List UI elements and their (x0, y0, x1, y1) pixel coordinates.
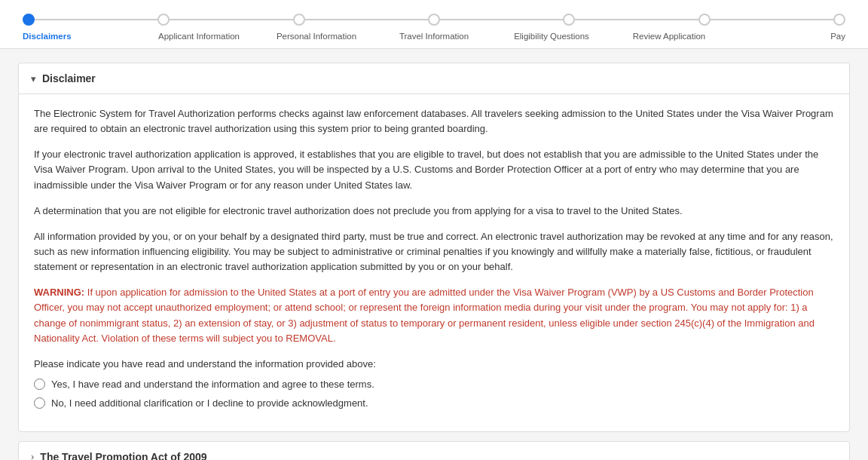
step-dot-disclaimers[interactable] (23, 14, 35, 26)
radio-yes[interactable] (34, 379, 45, 390)
step-label-disclaimers: Disclaimers (23, 32, 140, 41)
chevron-right-icon: › (31, 451, 34, 460)
step-dot-eligibility[interactable] (563, 14, 575, 26)
step-label-pay: Pay (728, 32, 845, 41)
radio-no[interactable] (34, 397, 45, 409)
disclaimer-title: Disclaimer (42, 72, 96, 84)
disclaimer-para-1: The Electronic System for Travel Authori… (34, 106, 834, 136)
travel-act-header[interactable]: › The Travel Promotion Act of 2009 (19, 442, 849, 460)
radio-yes-option[interactable]: Yes, I have read and understand the info… (34, 379, 834, 390)
disclaimer-para-3: A determination that you are not eligibl… (34, 204, 834, 219)
travel-act-panel: › The Travel Promotion Act of 2009 (18, 441, 850, 460)
step-dot-review[interactable] (698, 14, 711, 26)
step-dot-personal[interactable] (293, 14, 305, 26)
disclaimer-para-4: All information provided by you, or on y… (34, 229, 834, 274)
progress-bar (23, 14, 845, 26)
step-dot-pay[interactable] (833, 14, 845, 26)
disclaimer-warning: WARNING: If upon application for admissi… (34, 285, 834, 346)
step-dot-applicant[interactable] (157, 14, 170, 26)
step-label-review: Review Application (610, 32, 728, 41)
disclaimer-panel: ▾ Disclaimer The Electronic System for T… (18, 63, 850, 432)
warning-label: WARNING: (34, 287, 84, 298)
step-label-applicant: Applicant Information (140, 32, 258, 41)
step-label-eligibility: Eligibility Questions (493, 32, 610, 41)
radio-no-label[interactable]: No, I need additional clarification or I… (51, 397, 368, 409)
radio-no-option[interactable]: No, I need additional clarification or I… (34, 397, 834, 409)
main-content: ▾ Disclaimer The Electronic System for T… (0, 49, 868, 460)
progress-section: Disclaimers Applicant Information Person… (0, 0, 868, 49)
travel-act-title: The Travel Promotion Act of 2009 (40, 451, 206, 460)
warning-text: If upon application for admission to the… (34, 287, 815, 343)
acknowledge-prompt: Please indicate you have read and unders… (34, 358, 834, 370)
step-dot-travel[interactable] (428, 14, 440, 26)
progress-labels: Disclaimers Applicant Information Person… (23, 32, 845, 41)
radio-yes-label[interactable]: Yes, I have read and understand the info… (51, 379, 374, 390)
disclaimer-body: The Electronic System for Travel Authori… (19, 94, 849, 431)
disclaimer-para-2: If your electronic travel authorization … (34, 147, 834, 192)
chevron-down-icon: ▾ (31, 73, 36, 84)
step-label-travel: Travel Information (375, 32, 493, 41)
disclaimer-header[interactable]: ▾ Disclaimer (19, 63, 849, 94)
step-label-personal: Personal Information (258, 32, 375, 41)
